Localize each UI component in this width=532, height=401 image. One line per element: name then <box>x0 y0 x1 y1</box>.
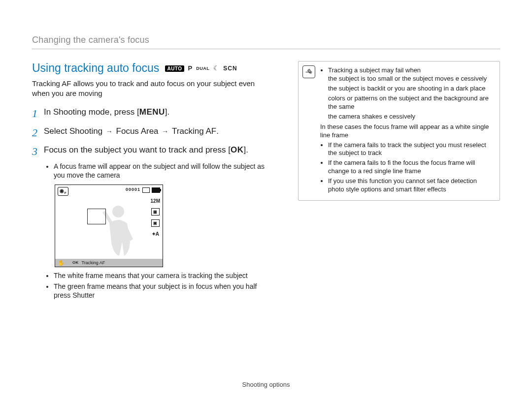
hand-icon: ✋ <box>58 259 65 266</box>
camera-mode-icon: ◉P <box>58 187 68 196</box>
lcd-screen: ◉P 00001 12M ▦ ▣ ✦A <box>55 185 163 267</box>
step-sub-list-2: The white frame means that your camera i… <box>44 271 273 300</box>
note-item: If the camera fails to fi the focus the … <box>328 159 493 176</box>
note-reason: the subject is backlit or you are shooti… <box>328 85 493 93</box>
step-text: . <box>216 126 219 136</box>
step-sub-item: The white frame means that your camera i… <box>54 271 273 280</box>
note-icon: ✎ <box>302 65 315 78</box>
note-after: In these cases the focus frame will appe… <box>320 123 493 140</box>
footer-section-label: Shooting options <box>0 381 532 389</box>
p-badge: P <box>188 64 193 73</box>
dual-badge: DUAL <box>196 66 209 72</box>
note-box: ✎ Tracking a subject may fail when the s… <box>298 61 500 200</box>
menu-keycap: MENU <box>139 107 165 117</box>
note-item: If you use this function you cannot set … <box>328 177 493 194</box>
step-number: 2 <box>32 126 44 140</box>
ok-keycap: OK <box>231 145 244 154</box>
intro-text: Tracking AF allows you to track and auto… <box>32 79 273 98</box>
note-item: Tracking a subject may fail when the sub… <box>328 66 493 139</box>
step-number: 1 <box>32 107 44 121</box>
card-icon <box>142 187 150 193</box>
step-text: In Shooting mode, press [ <box>44 107 139 117</box>
battery-icon <box>152 187 160 193</box>
lcd-illustration-wrap: ◉P 00001 12M ▦ ▣ ✦A <box>55 185 273 267</box>
step-body: Select Shooting → Focus Area → Tracking … <box>44 126 219 140</box>
divider <box>32 49 500 49</box>
step-sub-list: A focus frame will appear on the subject… <box>44 162 273 180</box>
flash-auto-icon: ✦A <box>152 231 159 237</box>
note-reason: the camera shakes e cessively <box>328 113 493 121</box>
subject-silhouette <box>100 204 144 257</box>
note-reason: colors or patterns on the subject and th… <box>328 94 493 111</box>
step-number: 3 <box>32 145 44 159</box>
breadcrumb: Changing the camera's focus <box>32 34 500 46</box>
auto-badge: AUTO <box>165 65 184 72</box>
step-text: ]. <box>165 107 169 117</box>
step-sub-item: A focus frame will appear on the subject… <box>54 162 273 180</box>
note-reason: the subject is too small or the subject … <box>328 75 493 83</box>
step-text: ]. <box>243 145 248 154</box>
note-lead: Tracking a subject may fail when <box>328 66 421 74</box>
left-column: Using tracking auto focus AUTO P DUAL ☾ … <box>32 61 273 305</box>
resolution-label: 12M <box>151 198 160 204</box>
night-badge: ☾ <box>213 64 219 73</box>
menu-path-item: Tracking AF <box>172 126 216 136</box>
menu-path-item: Shooting <box>69 126 102 136</box>
step-body: Focus on the subject you want to track a… <box>44 145 248 159</box>
lcd-top-status: 00001 <box>126 187 160 193</box>
focus-frame <box>87 209 106 224</box>
step-sub-item: The green frame means that your subject … <box>54 282 273 300</box>
tracking-af-label: Tracking AF <box>82 260 105 266</box>
step-body: In Shooting mode, press [MENU]. <box>44 107 169 121</box>
lcd-side-icons: 12M ▦ ▣ ✦A <box>151 198 160 237</box>
svg-point-0 <box>112 206 124 217</box>
steps-list: 1 In Shooting mode, press [MENU]. 2 Sele… <box>32 107 273 300</box>
note-item: If the camera fails to track the subject… <box>328 141 493 158</box>
note-reason-list: the subject is too small or the subject … <box>328 75 493 121</box>
manual-page: Changing the camera's focus Using tracki… <box>0 0 532 401</box>
mode-badges: AUTO P DUAL ☾ SCN <box>165 64 237 73</box>
ok-label: OK <box>72 260 79 265</box>
shutter-bold: Shutter <box>72 291 95 299</box>
arrow-icon: → <box>106 127 113 135</box>
step-2: 2 Select Shooting → Focus Area → Trackin… <box>32 126 273 140</box>
section-title: Using tracking auto focus <box>32 62 159 74</box>
menu-path-item: Focus Area <box>116 126 159 136</box>
section-heading-row: Using tracking auto focus AUTO P DUAL ☾ … <box>32 61 273 76</box>
step-1: 1 In Shooting mode, press [MENU]. <box>32 107 273 121</box>
right-column: ✎ Tracking a subject may fail when the s… <box>298 61 500 305</box>
step-3: 3 Focus on the subject you want to track… <box>32 145 273 300</box>
step-text: Focus on the subject you want to track a… <box>44 145 231 154</box>
shot-counter: 00001 <box>126 187 140 193</box>
note-list: Tracking a subject may fail when the sub… <box>320 66 493 193</box>
two-column-layout: Using tracking auto focus AUTO P DUAL ☾ … <box>32 61 500 305</box>
lcd-bottom-bar: ✋ OK Tracking AF <box>55 259 163 267</box>
scn-badge: SCN <box>223 65 237 73</box>
step-text: Select <box>44 126 69 136</box>
arrow-icon: → <box>162 127 168 135</box>
grid-icon: ▦ <box>151 208 160 216</box>
target-icon: ▣ <box>151 219 160 227</box>
